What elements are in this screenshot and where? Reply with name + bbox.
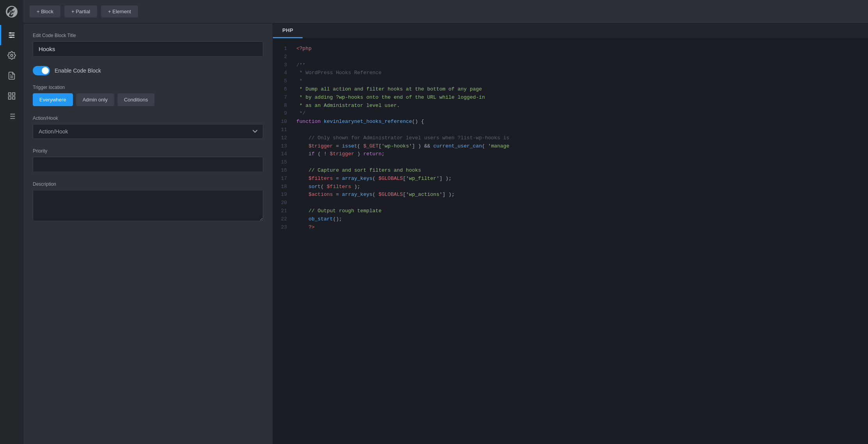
code-lines: 1234567891011121314151617181920212223 <?… xyxy=(273,39,868,444)
php-tab[interactable]: PHP xyxy=(273,23,303,38)
description-textarea[interactable] xyxy=(33,190,263,221)
line-number: 20 xyxy=(273,199,293,207)
gear-icon xyxy=(7,51,16,60)
action-hook-section: Action/Hook Action/Hook xyxy=(33,115,263,139)
svg-rect-10 xyxy=(12,93,14,95)
svg-point-5 xyxy=(10,37,12,38)
line-number: 7 xyxy=(273,94,293,102)
grid-icon xyxy=(7,92,16,100)
code-line: $trigger = isset( $_GET['wp-hooks'] ) &&… xyxy=(296,142,868,151)
line-number: 15 xyxy=(273,158,293,167)
code-line: <?php xyxy=(296,45,868,53)
code-line: if ( ! $trigger ) return; xyxy=(296,150,868,158)
trigger-section: Trigger location Everywhere Admin only C… xyxy=(33,85,263,106)
line-number: 16 xyxy=(273,167,293,175)
code-line xyxy=(296,53,868,61)
enable-toggle-row: Enable Code Block xyxy=(33,66,263,75)
main-content: + Block + Partial + Element Edit Code Bl… xyxy=(23,0,868,444)
line-number: 13 xyxy=(273,142,293,151)
list-icon xyxy=(7,112,16,121)
code-line: sort( $filters ); xyxy=(296,183,868,191)
svg-point-6 xyxy=(11,54,13,57)
svg-point-4 xyxy=(12,34,14,36)
enable-label: Enable Code Block xyxy=(55,67,101,74)
code-line: function kevinlearynet_hooks_reference()… xyxy=(296,118,868,126)
sidebar-item-document[interactable] xyxy=(0,66,23,86)
line-numbers: 1234567891011121314151617181920212223 xyxy=(273,39,293,444)
block-button[interactable]: + Block xyxy=(30,5,60,18)
code-line: * as an Administrator level user. xyxy=(296,102,868,110)
trigger-everywhere[interactable]: Everywhere xyxy=(33,93,73,106)
trigger-admin-only[interactable]: Admin only xyxy=(76,93,114,106)
priority-section: Priority xyxy=(33,148,263,172)
svg-point-3 xyxy=(9,32,11,34)
line-number: 18 xyxy=(273,183,293,191)
left-panel: Edit Code Block Title Enable Code Block … xyxy=(23,23,273,444)
trigger-buttons: Everywhere Admin only Conditions xyxy=(33,93,263,106)
partial-button[interactable]: + Partial xyxy=(64,5,97,18)
toolbar: + Block + Partial + Element xyxy=(23,0,868,23)
description-label: Description xyxy=(33,181,263,187)
line-number: 1 xyxy=(273,45,293,53)
sidebar-item-sliders[interactable] xyxy=(0,25,23,45)
code-line: // Capture and sort filters and hooks xyxy=(296,167,868,175)
line-number: 4 xyxy=(273,69,293,77)
code-line: $filters = array_keys( $GLOBALS['wp_filt… xyxy=(296,175,868,183)
trigger-label: Trigger location xyxy=(33,85,263,90)
code-line: ?> xyxy=(296,224,868,232)
code-editor[interactable]: 1234567891011121314151617181920212223 <?… xyxy=(273,39,868,444)
line-number: 22 xyxy=(273,215,293,224)
code-panel: PHP 123456789101112131415161718192021222… xyxy=(273,23,868,444)
title-input[interactable] xyxy=(33,41,263,57)
line-number: 17 xyxy=(273,175,293,183)
sliders-icon xyxy=(7,31,16,39)
document-icon xyxy=(7,71,16,80)
code-line: ob_start(); xyxy=(296,215,868,224)
trigger-conditions[interactable]: Conditions xyxy=(117,93,154,106)
sidebar xyxy=(0,0,23,444)
line-number: 14 xyxy=(273,150,293,158)
line-number: 11 xyxy=(273,126,293,134)
line-number: 8 xyxy=(273,102,293,110)
code-line: /** xyxy=(296,61,868,69)
code-line: */ xyxy=(296,110,868,118)
code-line xyxy=(296,158,868,167)
line-number: 3 xyxy=(273,61,293,69)
sidebar-item-gear[interactable] xyxy=(0,45,23,66)
priority-input[interactable] xyxy=(33,157,263,172)
line-number: 10 xyxy=(273,118,293,126)
line-number: 19 xyxy=(273,191,293,199)
line-number: 5 xyxy=(273,77,293,85)
code-tab-bar: PHP xyxy=(273,23,868,39)
svg-rect-11 xyxy=(12,97,14,99)
element-button[interactable]: + Element xyxy=(101,5,138,18)
code-line: * WordPress Hooks Reference xyxy=(296,69,868,77)
priority-label: Priority xyxy=(33,148,263,154)
code-line: * Dump all action and filter hooks at th… xyxy=(296,85,868,94)
title-section: Edit Code Block Title xyxy=(33,33,263,57)
sidebar-item-grid[interactable] xyxy=(0,86,23,106)
wordpress-icon xyxy=(5,5,19,19)
line-number: 12 xyxy=(273,134,293,142)
svg-rect-12 xyxy=(8,97,11,99)
code-content: <?php /** * WordPress Hooks Reference * … xyxy=(293,39,868,444)
enable-toggle[interactable] xyxy=(33,66,50,75)
code-line: // Only shown for Administrator level us… xyxy=(296,134,868,142)
code-line: // Output rough template xyxy=(296,207,868,215)
line-number: 2 xyxy=(273,53,293,61)
code-line: * by adding ?wp-hooks onto the end of th… xyxy=(296,94,868,102)
line-number: 9 xyxy=(273,110,293,118)
action-hook-select[interactable]: Action/Hook xyxy=(33,124,263,139)
code-line xyxy=(296,126,868,134)
line-number: 6 xyxy=(273,85,293,94)
wp-logo[interactable] xyxy=(0,0,23,23)
code-line xyxy=(296,199,868,207)
sidebar-item-list[interactable] xyxy=(0,106,23,126)
line-number: 23 xyxy=(273,224,293,232)
svg-rect-9 xyxy=(8,93,11,95)
code-line: * xyxy=(296,77,868,85)
title-label: Edit Code Block Title xyxy=(33,33,263,38)
body-split: Edit Code Block Title Enable Code Block … xyxy=(23,23,868,444)
description-section: Description xyxy=(33,181,263,222)
toggle-slider xyxy=(33,66,50,75)
